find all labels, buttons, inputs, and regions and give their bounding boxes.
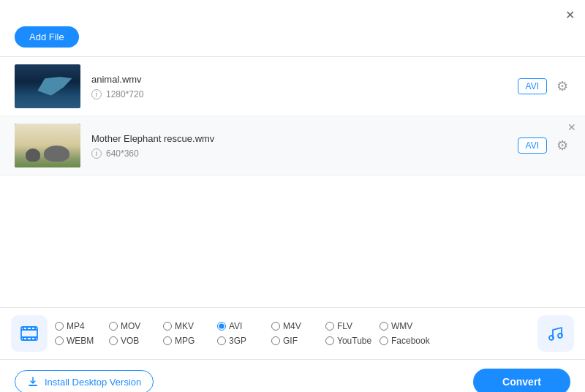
file-actions-1: AVI ⚙: [518, 78, 570, 94]
format-radio-mp4[interactable]: [55, 322, 64, 331]
format-option-3gp[interactable]: 3GP: [217, 336, 270, 346]
format-label-webm: WEBM: [67, 336, 94, 346]
format-badge-2[interactable]: AVI: [518, 137, 547, 154]
file-name-1: animal.wmv: [91, 74, 507, 85]
file-info-1: animal.wmv i 1280*720: [80, 74, 518, 99]
format-radio-facebook[interactable]: [380, 336, 388, 345]
header: Add File: [0, 26, 585, 57]
format-radio-avi[interactable]: [217, 322, 226, 331]
download-icon: [27, 376, 39, 388]
format-label-wmv: WMV: [391, 321, 412, 331]
format-label-mkv: MKV: [175, 321, 194, 331]
add-file-button[interactable]: Add File: [15, 26, 79, 48]
format-option-avi[interactable]: AVI: [217, 321, 270, 331]
format-option-youtube[interactable]: YouTube: [325, 336, 378, 346]
file-name-2: Mother Elephant rescue.wmv: [91, 133, 507, 144]
format-radio-mkv[interactable]: [163, 322, 172, 331]
svg-rect-9: [31, 338, 32, 340]
file-close-button-2[interactable]: ✕: [567, 122, 576, 132]
format-label-avi: AVI: [229, 321, 242, 331]
format-radio-youtube[interactable]: [325, 336, 334, 345]
format-label-mpg: MPG: [175, 336, 195, 346]
format-option-flv[interactable]: FLV: [325, 321, 378, 331]
format-label-gif: GIF: [283, 336, 298, 346]
format-options: MP4MOVMKVAVIM4VFLVWMV WEBMVOBMPG3GPGIFYo…: [55, 321, 530, 346]
file-meta-2: i 640*360: [91, 148, 507, 159]
file-resolution-2: 640*360: [106, 148, 139, 159]
file-resolution-1: 1280*720: [106, 89, 143, 99]
format-label-vob: VOB: [121, 336, 139, 346]
thumbnail-image-2: [15, 124, 80, 167]
file-info-2: Mother Elephant rescue.wmv i 640*360: [80, 133, 518, 159]
format-option-facebook[interactable]: Facebook: [380, 336, 432, 346]
file-actions-2: AVI ⚙: [518, 137, 570, 154]
format-radio-mpg[interactable]: [163, 336, 172, 345]
format-row-1: MP4MOVMKVAVIM4VFLVWMV: [55, 321, 530, 331]
format-label-flv: FLV: [337, 321, 352, 331]
format-badge-1[interactable]: AVI: [518, 78, 547, 94]
format-bar: MP4MOVMKVAVIM4VFLVWMV WEBMVOBMPG3GPGIFYo…: [0, 307, 585, 359]
thumbnail-image-1: [15, 64, 80, 108]
format-option-mpg[interactable]: MPG: [163, 336, 216, 346]
file-list: animal.wmv i 1280*720 AVI ⚙ ✕ Mother Ele…: [0, 57, 585, 176]
file-item-1: animal.wmv i 1280*720 AVI ⚙: [0, 57, 585, 116]
format-radio-flv[interactable]: [325, 322, 334, 331]
window-close-button[interactable]: ✕: [563, 8, 576, 21]
info-icon-1[interactable]: i: [91, 89, 102, 99]
format-label-facebook: Facebook: [391, 336, 430, 346]
svg-rect-5: [31, 327, 32, 329]
file-item-2: ✕ Mother Elephant rescue.wmv i 640*360 A…: [0, 116, 585, 176]
empty-area: [0, 176, 585, 307]
svg-rect-1: [21, 329, 37, 331]
format-option-vob[interactable]: VOB: [109, 336, 162, 346]
format-option-mov[interactable]: MOV: [109, 321, 162, 331]
svg-rect-2: [21, 336, 37, 338]
format-option-webm[interactable]: WEBM: [55, 336, 107, 346]
convert-button[interactable]: Convert: [473, 369, 570, 392]
format-label-3gp: 3GP: [229, 336, 246, 346]
file-thumbnail-2: [15, 124, 80, 167]
svg-rect-8: [26, 338, 28, 340]
format-option-m4v[interactable]: M4V: [271, 321, 324, 331]
format-option-gif[interactable]: GIF: [271, 336, 324, 346]
format-radio-m4v[interactable]: [271, 322, 280, 331]
file-thumbnail-1: [15, 64, 80, 108]
format-radio-gif[interactable]: [271, 336, 280, 345]
format-radio-vob[interactable]: [109, 336, 118, 345]
video-format-icon-box[interactable]: [11, 315, 48, 352]
svg-rect-13: [29, 385, 37, 386]
music-icon: [546, 323, 566, 344]
svg-rect-7: [23, 338, 24, 340]
install-label: Install Desktop Version: [45, 377, 141, 388]
format-option-mp4[interactable]: MP4: [55, 321, 107, 331]
film-icon: [19, 323, 39, 344]
info-icon-2[interactable]: i: [91, 148, 102, 159]
svg-rect-4: [26, 327, 28, 329]
format-option-wmv[interactable]: WMV: [380, 321, 432, 331]
title-bar: ✕: [0, 0, 585, 26]
svg-rect-6: [34, 327, 36, 329]
format-radio-webm[interactable]: [55, 336, 64, 345]
svg-rect-10: [34, 338, 36, 340]
format-label-m4v: M4V: [283, 321, 301, 331]
format-option-mkv[interactable]: MKV: [163, 321, 216, 331]
format-row-2: WEBMVOBMPG3GPGIFYouTubeFacebook: [55, 336, 530, 346]
svg-rect-3: [23, 327, 24, 329]
gear-icon-1[interactable]: ⚙: [554, 78, 570, 94]
format-radio-mov[interactable]: [109, 322, 118, 331]
footer: Install Desktop Version Convert: [0, 359, 585, 392]
file-meta-1: i 1280*720: [91, 89, 507, 99]
install-desktop-button[interactable]: Install Desktop Version: [15, 370, 154, 392]
audio-format-icon-box[interactable]: [537, 315, 574, 352]
gear-icon-2[interactable]: ⚙: [554, 137, 570, 154]
format-radio-3gp[interactable]: [217, 336, 226, 345]
format-radio-wmv[interactable]: [380, 322, 388, 331]
format-label-youtube: YouTube: [337, 336, 371, 346]
format-label-mp4: MP4: [67, 321, 85, 331]
format-label-mov: MOV: [121, 321, 140, 331]
